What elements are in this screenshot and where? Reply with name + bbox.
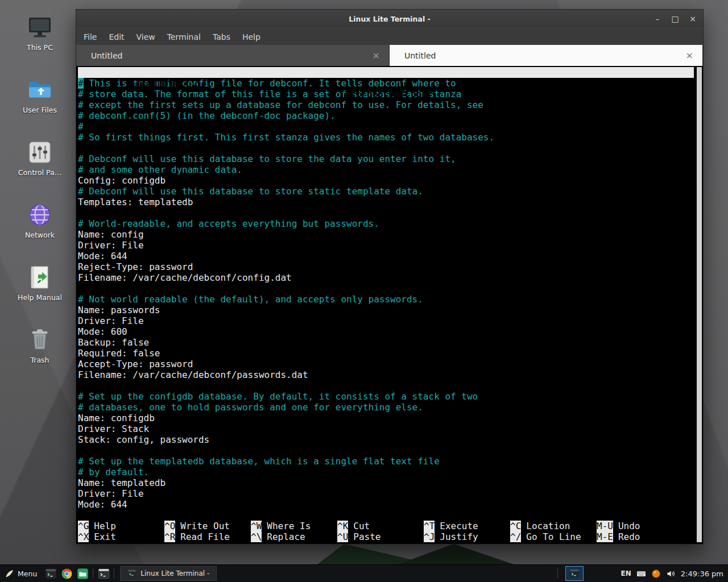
nano-shortcut-write-out: ^OWrite Out — [164, 521, 251, 531]
chrome-launcher[interactable] — [59, 566, 75, 581]
menu-label: Menu — [18, 569, 37, 578]
nano-titlebar: GNU nano 7.2 /etc/debconf.conf — [78, 67, 694, 78]
nano-line: # Not world readable (the default), and … — [78, 294, 694, 305]
keyboard-icon[interactable] — [636, 569, 646, 579]
window-controls: – □ × — [653, 10, 697, 28]
nano-line: Driver: File — [78, 240, 694, 251]
desktop-icon-trash[interactable]: Trash — [14, 326, 66, 366]
nano-shortcut-go-to-line: ^/Go To Line — [510, 531, 597, 542]
quick-launchers — [43, 565, 117, 582]
tab-bar: Untitled×Untitled× — [76, 45, 703, 66]
nano-line: # Set up the configdb database. By defau… — [78, 391, 694, 402]
desktop-icon-this-pc[interactable]: This PC — [14, 14, 66, 53]
taskbar-window-button[interactable]: Linux Lite Terminal - — [120, 566, 217, 581]
menu-item-terminal[interactable]: Terminal — [167, 32, 201, 41]
nano-shortcut-exit: ^XExit — [78, 531, 164, 542]
nano-line: Templates: templatedb — [78, 197, 694, 207]
linux-lite-logo-icon — [5, 569, 14, 579]
control-panel-icon — [26, 139, 53, 166]
nano-shortcut-cut: ^KCut — [337, 521, 424, 531]
desktop-icon-label: Help Manual — [18, 293, 62, 302]
nano-body: # This is the main config file for debco… — [78, 78, 694, 510]
nano-line: Name: config — [78, 229, 694, 240]
desktop-icon-network[interactable]: Network — [14, 201, 66, 241]
menu-item-file[interactable]: File — [84, 32, 97, 41]
menu-item-view[interactable]: View — [136, 32, 155, 41]
nano-shortcut-justify: ^JJustify — [424, 531, 510, 542]
menu-item-tabs[interactable]: Tabs — [213, 32, 230, 41]
computer-icon — [26, 14, 53, 41]
desktop-icon-control-panel[interactable]: Control Pa… — [14, 139, 66, 178]
clock[interactable]: 2:49:36 pm — [681, 569, 723, 578]
menu-button[interactable]: Menu — [0, 565, 43, 582]
trash-icon — [26, 326, 53, 354]
nano-line — [78, 380, 694, 391]
nano-line: # So first things first. This first stan… — [78, 132, 694, 143]
nano-line: Driver: File — [78, 315, 694, 326]
window-titlebar[interactable]: Linux Lite Terminal - – □ × — [76, 10, 703, 28]
terminal-icon — [45, 568, 57, 580]
nano-line: # and some other dynamic data. — [78, 164, 694, 175]
nano-shortcut-where-is: ^WWhere Is — [251, 521, 337, 531]
terminal-icon — [127, 569, 136, 578]
desktop-icons: This PCUser FilesControl Pa…NetworkHelp … — [14, 14, 66, 366]
nano-line: Name: configdb — [78, 413, 694, 423]
nano-shortcut-location: ^CLocation — [510, 521, 597, 531]
menu-bar: FileEditViewTerminalTabsHelp — [76, 28, 703, 45]
tab-2[interactable]: Untitled× — [390, 45, 703, 66]
desktop-icon-help-manual[interactable]: Help Manual — [14, 264, 66, 304]
desktop-icon-label: This PC — [27, 43, 53, 52]
taskbar-window-label: Linux Lite Terminal - — [140, 569, 209, 577]
terminal-launcher[interactable] — [43, 566, 59, 581]
nano-line: Filename: /var/cache/debconf/config.dat — [78, 272, 694, 283]
taskbar-separator — [114, 568, 114, 579]
nano-line: Driver: File — [78, 488, 694, 499]
minimize-button[interactable]: – — [653, 14, 662, 23]
nano-line: Filename: /var/cache/debconf/passwords.d… — [78, 369, 694, 380]
desktop-icon-label: Trash — [30, 356, 49, 364]
nano-line: Accept-Type: password — [78, 359, 694, 369]
nano-line: Mode: 644 — [78, 251, 694, 261]
nano-line — [78, 143, 694, 153]
notification-icon[interactable] — [651, 569, 661, 579]
maximize-button[interactable]: □ — [671, 14, 680, 23]
nano-line — [78, 207, 694, 218]
language-indicator[interactable]: EN — [621, 569, 631, 577]
desktop: This PCUser FilesControl Pa…NetworkHelp … — [0, 0, 728, 582]
taskbar: Menu Linux Lite Terminal - EN 2:49:36 pm — [0, 564, 728, 582]
nano-version: GNU nano 7.2 — [122, 78, 198, 89]
nano-filename: /etc/debconf.conf — [340, 89, 433, 99]
menu-item-edit[interactable]: Edit — [109, 32, 124, 41]
desktop-icon-label: User Files — [23, 106, 57, 114]
menu-item-help[interactable]: Help — [242, 32, 260, 41]
terminal-launcher-2[interactable] — [96, 566, 111, 581]
nano-line: Mode: 644 — [78, 499, 694, 510]
tab-label: Untitled — [91, 51, 122, 60]
nano-line: Reject-Type: password — [78, 261, 694, 272]
nano-shortcut-undo: M-UUndo — [597, 521, 640, 531]
nano-line: # World-readable, and accepts everything… — [78, 218, 694, 229]
tray-terminal-icon[interactable] — [565, 566, 584, 581]
globe-icon — [26, 201, 53, 228]
tab-close-icon[interactable]: × — [686, 51, 693, 60]
taskbar-separator — [93, 568, 93, 579]
tab-1[interactable]: Untitled× — [76, 45, 390, 66]
terminal-window: Linux Lite Terminal - – □ × FileEditView… — [76, 9, 704, 544]
nano-line: # except the first sets up a database fo… — [78, 99, 694, 110]
close-button[interactable]: × — [688, 14, 697, 23]
nano-shortcut-redo: M-ERedo — [597, 531, 640, 542]
file-manager-icon — [77, 568, 89, 580]
nano-line: Stack: config, passwords — [78, 434, 694, 445]
tab-close-icon[interactable]: × — [373, 51, 380, 60]
terminal-view[interactable]: GNU nano 7.2 /etc/debconf.conf # This is… — [76, 66, 703, 544]
file-manager-launcher[interactable] — [75, 566, 90, 581]
window-title: Linux Lite Terminal - — [349, 15, 431, 23]
book-icon — [26, 264, 53, 291]
desktop-icon-user-files[interactable]: User Files — [14, 76, 66, 116]
scrollbar[interactable] — [697, 67, 702, 542]
volume-icon[interactable] — [666, 569, 676, 579]
nano-line: Config: configdb — [78, 175, 694, 186]
nano-line: Mode: 600 — [78, 326, 694, 337]
nano-line: # databases, one to hold passwords and o… — [78, 402, 694, 413]
folder-icon — [26, 76, 53, 103]
